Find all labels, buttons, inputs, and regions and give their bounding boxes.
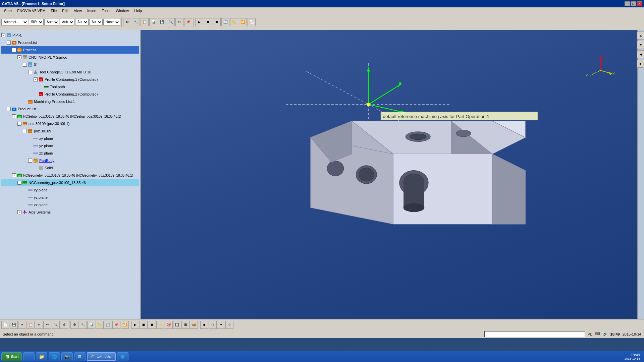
right-btn-1[interactable]: ▲ (637, 32, 644, 40)
menu-window[interactable]: Window (113, 8, 131, 13)
btb-1[interactable]: 📄 (1, 321, 9, 329)
btb-12[interactable]: 📐 (96, 321, 104, 329)
cncinfo-expand[interactable]: - (17, 55, 21, 59)
tb-icon-13[interactable]: 📐 (230, 18, 238, 26)
tb-icon-1[interactable]: ⚙ (123, 18, 131, 26)
btb-19[interactable]: ⚡ (156, 321, 164, 329)
taskbar-app-explorer[interactable]: 📁 (36, 352, 47, 361)
ncgeo1-expand[interactable]: - (12, 173, 16, 177)
tree-item-toolpath[interactable]: Tool path (1, 83, 139, 90)
partbody-expand[interactable]: - (28, 159, 32, 163)
btb-8[interactable]: 🖨 (60, 321, 68, 329)
taskbar-app-7[interactable]: 🔷 (117, 352, 128, 361)
toolbar-mode-select[interactable]: Automot... (1, 19, 28, 25)
menu-edit[interactable]: Edit (59, 8, 71, 13)
tb-icon-10[interactable]: ⏹ (204, 18, 212, 26)
tree-item-ncgeo1[interactable]: - NCG NCGeometry_poz.30109_18.35.46 (NCG… (1, 172, 139, 179)
tree-item-xyplane1[interactable]: xy plane (1, 135, 139, 142)
tree-item-zxplane2[interactable]: zx plane (1, 201, 139, 208)
start-button[interactable]: ⊞ Start (1, 352, 22, 361)
btb-20[interactable]: 🎯 (165, 321, 173, 329)
menu-enovia[interactable]: ENOVIA V5 VPM (14, 8, 48, 13)
toolbar-auto2-select[interactable]: Auto (60, 19, 74, 25)
productlist-expand[interactable]: - (7, 107, 11, 111)
btb-15[interactable]: 🔁 (121, 321, 129, 329)
processlist-expand[interactable]: - (7, 41, 11, 45)
menu-insert[interactable]: Insert (85, 8, 99, 13)
ncsetup-expand[interactable]: - (12, 114, 16, 118)
menu-help[interactable]: Help (131, 8, 145, 13)
btb-26[interactable]: ✦ (217, 321, 225, 329)
right-btn-4[interactable]: ▶ (637, 60, 644, 68)
tree-item-toolchange[interactable]: - Tool Change.1 T1 End Mill D 10 (1, 68, 139, 76)
btb-7[interactable]: 🔍 (52, 321, 60, 329)
taskbar-app-word[interactable]: W (23, 352, 35, 361)
right-btn-2[interactable]: ▼ (637, 41, 644, 49)
tb-icon-2[interactable]: 🔧 (132, 18, 140, 26)
tree-item-partbody[interactable]: - PB PartBody (1, 157, 139, 164)
btb-9[interactable]: ⚙ (70, 321, 78, 329)
toolbar-aut2-select[interactable]: Aut... (89, 19, 103, 25)
tree-item-yzplane2[interactable]: yz plane (1, 194, 139, 201)
tb-icon-15[interactable]: 📈 (248, 18, 256, 26)
toolchange-expand[interactable]: - (28, 70, 32, 74)
menu-file[interactable]: File (48, 8, 60, 13)
btb-14[interactable]: 📌 (112, 321, 120, 329)
tb-icon-9[interactable]: ▶ (195, 18, 203, 26)
ppr-expand[interactable]: - (1, 33, 5, 37)
tree-item-profile1[interactable]: - PC Profile Contouring.1 (Computed) (1, 76, 139, 83)
btb-3[interactable]: ✂ (18, 321, 26, 329)
tb-icon-12[interactable]: 🔄 (221, 18, 229, 26)
toolbar-none-select[interactable]: None (103, 19, 120, 25)
right-btn-3[interactable]: ◀ (637, 50, 644, 58)
btb-23[interactable]: 📦 (190, 321, 198, 329)
tree-item-productlist[interactable]: - PL ProductList (1, 105, 139, 113)
btb-4[interactable]: 📋 (26, 321, 35, 329)
btb-16[interactable]: ▶ (131, 321, 139, 329)
menu-start[interactable]: Start (1, 8, 14, 13)
toolbar-zoom-select[interactable]: 50% (29, 19, 44, 25)
btb-13[interactable]: 🔄 (104, 321, 112, 329)
tree-item-ncgeo2[interactable]: - NCG NCGeometry_poz.30109_18.35.46 (1, 179, 139, 186)
btb-17[interactable]: ⏹ (140, 321, 148, 329)
menu-tools[interactable]: Tools (99, 8, 113, 13)
tree-item-ncsetup[interactable]: - NCS NCSetup_poz.30109_18.35.46 (NCSetu… (1, 113, 139, 120)
axissys-expand[interactable]: + (17, 210, 21, 214)
profile1-expand[interactable]: - (34, 77, 38, 81)
tree-item-poz1[interactable]: - poz poz.30109 (poz.30109.1) (1, 120, 139, 127)
viewport[interactable]: default reference machining axis for Par… (141, 30, 637, 319)
taskbar-app-5[interactable]: 🖥 (74, 352, 86, 361)
btb-6[interactable]: ↪ (43, 321, 51, 329)
taskbar-app-chrome[interactable]: 🌐 (49, 352, 60, 361)
close-button[interactable]: ✕ (637, 1, 642, 6)
tb-icon-4[interactable]: 📊 (149, 18, 157, 26)
tb-icon-11[interactable]: ⏺ (213, 18, 221, 26)
status-input[interactable] (484, 331, 585, 337)
process-expand[interactable]: - (12, 48, 16, 52)
btb-24[interactable]: ◆ (200, 321, 208, 329)
tree-item-ppr[interactable]: - P P.P.R. (1, 32, 139, 39)
poz1-expand[interactable]: - (17, 122, 21, 126)
btb-25[interactable]: ◇ (209, 321, 217, 329)
tree-item-processlist[interactable]: - PL ProcessList (1, 39, 139, 46)
minimize-button[interactable]: — (625, 1, 630, 6)
btb-18[interactable]: ⏺ (148, 321, 156, 329)
tree-item-machining[interactable]: MPL Machining Process List.1 (1, 98, 139, 105)
tree-item-profile2[interactable]: PC Profile Contouring.2 (Computed) (1, 90, 139, 98)
tb-icon-5[interactable]: 💾 (158, 18, 166, 26)
toolbar-aut1-select[interactable]: Aut... (75, 19, 89, 25)
tb-icon-6[interactable]: 🔍 (167, 18, 175, 26)
01-expand[interactable]: - (23, 63, 27, 67)
tree-item-poz2[interactable]: - poz poz.30109 (1, 127, 139, 135)
tree-item-solid1[interactable]: Solid.1 (1, 164, 139, 172)
tree-item-01[interactable]: - 01 01 (1, 61, 139, 68)
toolbar-auto1-select[interactable]: Auto (44, 19, 59, 25)
tb-icon-7[interactable]: ✂ (175, 18, 183, 26)
tree-item-yzplane1[interactable]: yz plane (1, 142, 139, 149)
tree-item-cncinfo[interactable]: - CNC CNC.INFO.PL // Ssmog (1, 54, 139, 61)
taskbar-app-catia[interactable]: C CATIA V5... (87, 352, 116, 361)
tb-icon-8[interactable]: 📌 (184, 18, 192, 26)
menu-view[interactable]: View (71, 8, 85, 13)
tree-item-xyplane2[interactable]: xy plane (1, 186, 139, 194)
btb-27[interactable]: ✧ (225, 321, 233, 329)
